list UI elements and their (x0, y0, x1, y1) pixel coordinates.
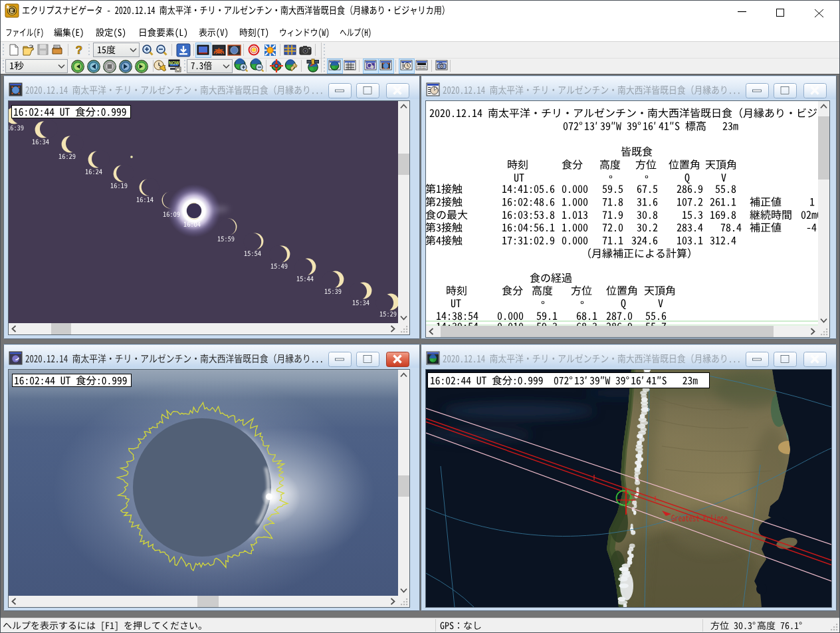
svg-text:NOW: NOW (169, 61, 180, 65)
svg-text:13:11: 13:11 (418, 66, 425, 69)
svg-text:?: ? (76, 44, 82, 57)
